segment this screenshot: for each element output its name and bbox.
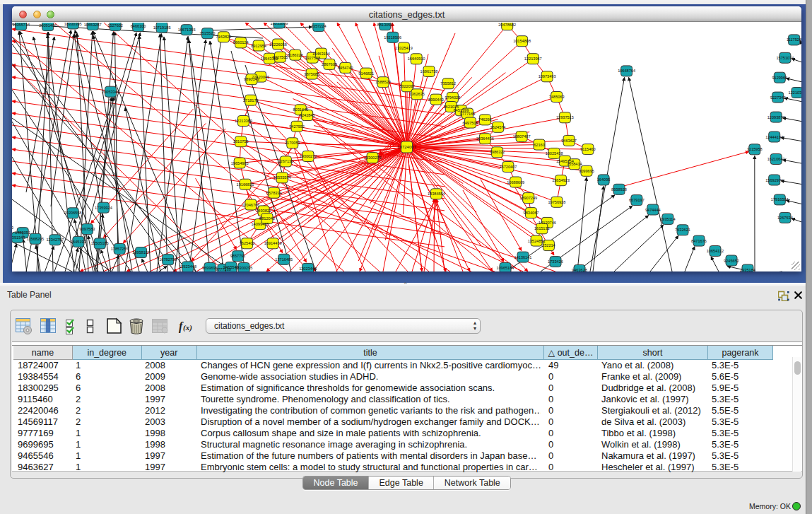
svg-text:9097583: 9097583	[80, 227, 95, 231]
svg-text:10653287: 10653287	[84, 23, 102, 27]
svg-text:14136141: 14136141	[514, 255, 532, 259]
svg-text:7355812: 7355812	[440, 81, 456, 86]
svg-text:10965184: 10965184	[497, 266, 514, 270]
svg-text:252214: 252214	[542, 243, 555, 247]
svg-text:16782759: 16782759	[159, 257, 177, 262]
svg-text:8812045: 8812045	[259, 216, 275, 221]
svg-text:9327508: 9327508	[305, 56, 320, 60]
svg-text:20053346: 20053346	[102, 90, 119, 94]
svg-text:62160: 62160	[534, 143, 545, 147]
svg-text:6679197: 6679197	[629, 198, 645, 202]
svg-text:1615132: 1615132	[534, 226, 550, 230]
svg-text:8660124: 8660124	[233, 40, 249, 45]
svg-text:9427552: 9427552	[289, 124, 305, 129]
svg-text:12213967: 12213967	[524, 57, 542, 61]
svg-text:2718170: 2718170	[243, 98, 259, 103]
svg-text:1267534: 1267534	[777, 216, 793, 220]
svg-text:2935114: 2935114	[660, 217, 675, 221]
svg-text:2867608: 2867608	[322, 62, 337, 66]
svg-text:746266: 746266	[478, 117, 492, 122]
svg-text:7625402: 7625402	[240, 241, 255, 245]
svg-text:10807487: 10807487	[513, 134, 531, 139]
svg-text:18724007: 18724007	[397, 145, 416, 149]
svg-text:15226058: 15226058	[269, 42, 287, 47]
svg-text:13654923: 13654923	[552, 178, 570, 182]
svg-text:14099485: 14099485	[251, 222, 269, 226]
svg-text:7986322: 7986322	[490, 150, 505, 154]
svg-text:1485051: 1485051	[15, 230, 30, 235]
svg-text:1588520: 1588520	[375, 80, 391, 84]
svg-text:19166825: 19166825	[237, 182, 254, 187]
svg-text:9463627: 9463627	[561, 139, 577, 143]
svg-text:1117524: 1117524	[787, 37, 801, 42]
svg-text:7357224: 7357224	[311, 24, 326, 28]
svg-text:13535594: 13535594	[273, 175, 291, 180]
svg-text:16671355: 16671355	[178, 28, 196, 32]
svg-text:18907249: 18907249	[519, 196, 537, 200]
svg-text:9463628: 9463628	[572, 268, 587, 271]
svg-text:19218506: 19218506	[384, 35, 401, 40]
svg-text:8938928: 8938928	[611, 187, 627, 192]
svg-text:15751074: 15751074	[776, 56, 794, 60]
svg-text:9227342: 9227342	[770, 95, 786, 100]
svg-text:16640910: 16640910	[408, 57, 425, 61]
svg-text:19384554: 19384554	[428, 192, 445, 196]
svg-text:1362635: 1362635	[409, 92, 425, 96]
svg-text:10154808: 10154808	[513, 39, 531, 43]
svg-text:1733426: 1733426	[548, 259, 563, 264]
svg-text:15463194: 15463194	[312, 52, 330, 56]
svg-text:19300275: 19300275	[364, 156, 382, 160]
svg-text:9242845: 9242845	[300, 113, 315, 117]
svg-text:12505185: 12505185	[91, 241, 109, 245]
svg-text:3493822: 3493822	[256, 209, 271, 213]
svg-text:3624574: 3624574	[490, 125, 506, 129]
svg-text:3875685: 3875685	[304, 72, 319, 76]
svg-text:12213369: 12213369	[235, 119, 252, 123]
svg-text:9474444: 9474444	[645, 208, 661, 212]
svg-text:8813054: 8813054	[377, 23, 393, 27]
svg-text:1645193: 1645193	[71, 240, 86, 244]
svg-text:10973493: 10973493	[539, 74, 556, 78]
svg-text:16033809: 16033809	[271, 23, 288, 25]
svg-text:13325419: 13325419	[395, 46, 413, 50]
svg-text:13716485: 13716485	[275, 257, 293, 262]
svg-text:8322037: 8322037	[399, 84, 415, 88]
svg-text:11568295: 11568295	[27, 237, 44, 241]
svg-text:12923448: 12923448	[179, 264, 196, 269]
svg-text:6466100: 6466100	[131, 24, 146, 28]
svg-text:9129966: 9129966	[772, 76, 787, 80]
svg-text:7558414: 7558414	[567, 162, 582, 166]
svg-text:19756928: 19756928	[548, 200, 565, 204]
svg-text:8990443: 8990443	[428, 98, 444, 102]
svg-text:15720407: 15720407	[499, 165, 517, 169]
svg-text:10025438: 10025438	[546, 151, 563, 156]
svg-text:3215958: 3215958	[747, 147, 763, 151]
svg-text:1527602: 1527602	[107, 23, 123, 28]
svg-text:9115460: 9115460	[580, 147, 595, 151]
svg-text:1810755: 1810755	[233, 139, 249, 144]
svg-text:12210345: 12210345	[789, 90, 801, 95]
svg-text:2391543: 2391543	[12, 235, 25, 240]
svg-text:20206558: 20206558	[64, 211, 82, 215]
svg-text:8031440: 8031440	[293, 107, 308, 112]
svg-text:17359924: 17359924	[95, 206, 112, 210]
svg-text:12444197: 12444197	[765, 135, 783, 139]
svg-text:3267130: 3267130	[278, 159, 294, 163]
svg-text:9794028: 9794028	[445, 95, 461, 100]
svg-text:20091406: 20091406	[39, 23, 57, 28]
svg-text:17916504: 17916504	[771, 197, 789, 201]
svg-text:2170051: 2170051	[285, 141, 300, 145]
svg-text:20364436: 20364436	[476, 136, 494, 141]
svg-text:16961758: 16961758	[420, 69, 438, 74]
svg-text:15692971: 15692971	[765, 178, 783, 182]
svg-text:18330395: 18330395	[64, 23, 82, 26]
svg-text:7515520: 7515520	[200, 31, 216, 35]
svg-text:18300295: 18300295	[235, 266, 253, 270]
svg-text:9857791: 9857791	[230, 254, 246, 258]
svg-text:12937515: 12937515	[556, 115, 574, 119]
svg-text:9834067: 9834067	[524, 211, 539, 215]
svg-text:9327505: 9327505	[273, 55, 288, 59]
svg-text:164095: 164095	[597, 177, 611, 182]
svg-text:9245652: 9245652	[724, 259, 739, 263]
svg-text:14120746: 14120746	[539, 221, 556, 225]
